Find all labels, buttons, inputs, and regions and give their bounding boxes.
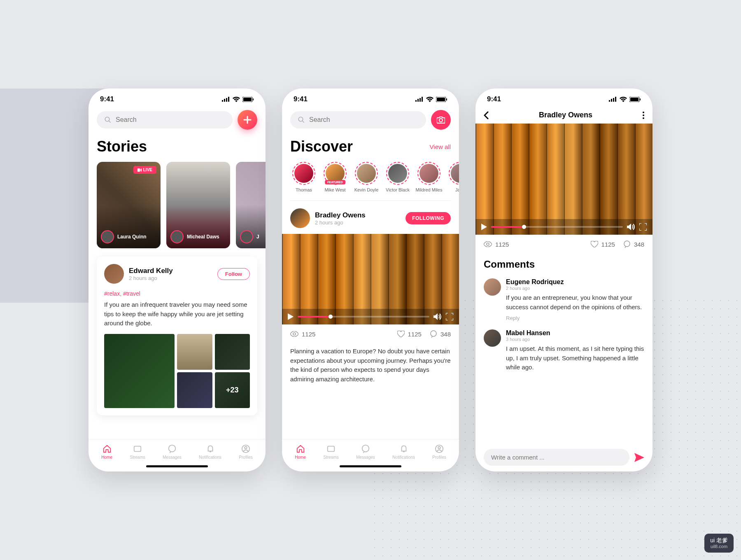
avatar[interactable] (104, 264, 124, 284)
volume-icon[interactable] (627, 223, 635, 231)
avatar[interactable] (290, 208, 310, 228)
profile-icon (241, 444, 250, 453)
search-bar[interactable] (97, 111, 233, 128)
svg-rect-35 (615, 97, 616, 102)
home-indicator[interactable] (340, 465, 401, 467)
play-icon[interactable] (288, 313, 294, 320)
signal-icon (415, 97, 424, 102)
bell-icon (206, 444, 215, 453)
status-icons (415, 97, 447, 102)
status-icons (222, 97, 254, 102)
following-button[interactable]: FOLLOWING (405, 212, 451, 224)
view-all-link[interactable]: View all (430, 143, 451, 150)
photo-item[interactable] (104, 334, 175, 408)
hashtags[interactable]: #relax, #travel (104, 290, 250, 297)
photo-grid[interactable]: +23 (104, 334, 250, 408)
nav-streams[interactable]: Streams (323, 444, 338, 460)
menu-icon[interactable] (643, 112, 644, 119)
svg-point-39 (643, 112, 644, 113)
divider (290, 201, 451, 201)
comment-icon[interactable] (430, 330, 437, 338)
story-avatar (240, 230, 253, 243)
story-card[interactable]: Micheal Daws (166, 162, 230, 248)
heart-icon[interactable] (591, 241, 598, 247)
nav-messages[interactable]: Messages (163, 444, 182, 460)
search-input[interactable] (116, 116, 225, 124)
follow-button[interactable]: Follow (217, 268, 250, 280)
nav-home[interactable]: Home (295, 444, 306, 460)
profile-icon (435, 444, 444, 453)
add-button[interactable] (238, 110, 257, 130)
photo-item[interactable] (215, 334, 250, 370)
nav-profiles[interactable]: Profiles (432, 444, 446, 460)
comment-avatar[interactable] (484, 329, 501, 347)
photo-item[interactable] (177, 372, 212, 408)
signal-icon (609, 97, 617, 102)
fullscreen-icon[interactable] (639, 223, 647, 231)
camera-button[interactable] (431, 110, 451, 130)
comment-author: Eugene Rodriquez (506, 278, 644, 286)
back-icon[interactable] (484, 111, 489, 119)
story-card[interactable]: LIVE Laura Quinn (97, 162, 161, 248)
views-count: 1125 (302, 331, 315, 338)
nav-messages[interactable]: Messages (356, 444, 375, 460)
fullscreen-icon[interactable] (446, 313, 453, 320)
post-text: If you are an infrequent traveler you ma… (104, 300, 250, 328)
status-icons (609, 97, 641, 102)
comment-item: Mabel Hansen 3 hours ago I am upset. At … (475, 326, 652, 377)
reply-link[interactable]: Reply (506, 315, 644, 321)
comments-count: 348 (440, 331, 451, 338)
wifi-icon (233, 97, 240, 102)
likes-count: 1125 (408, 331, 422, 338)
stats-row: 1125 1125 348 (475, 235, 652, 254)
comment-input[interactable] (484, 449, 629, 466)
header-row (89, 107, 266, 133)
home-indicator[interactable] (146, 465, 208, 467)
discover-avatar[interactable]: Victor Black (384, 162, 411, 192)
post-author-name: Edward Kelly (129, 267, 212, 275)
search-input[interactable] (309, 116, 419, 124)
photo-item[interactable] (177, 334, 212, 370)
svg-rect-0 (222, 100, 223, 102)
discover-avatar[interactable]: Thomas (290, 162, 317, 192)
svg-rect-34 (613, 98, 614, 102)
svg-point-43 (624, 241, 630, 247)
status-time: 9:41 (100, 95, 114, 103)
page-title: Stories (89, 133, 266, 162)
video-player[interactable] (475, 124, 652, 235)
comment-author: Mabel Hansen (506, 329, 644, 337)
play-icon[interactable] (481, 224, 487, 230)
svg-rect-33 (611, 99, 612, 102)
svg-rect-12 (134, 446, 141, 452)
nav-home[interactable]: Home (101, 444, 112, 460)
volume-icon[interactable] (433, 313, 442, 320)
comment-icon[interactable] (623, 240, 631, 248)
story-card[interactable]: J (236, 162, 266, 248)
post-time: 2 hours ago (315, 219, 401, 226)
discover-avatar[interactable]: Mildred Miles (415, 162, 443, 192)
comment-avatar[interactable] (484, 278, 501, 296)
svg-point-27 (431, 331, 436, 336)
nav-streams[interactable]: Streams (130, 444, 145, 460)
progress-bar[interactable] (491, 226, 623, 228)
nav-notifications[interactable]: Notifications (392, 444, 415, 460)
stories-row[interactable]: LIVE Laura Quinn Micheal Daws J (89, 162, 266, 257)
nav-notifications[interactable]: Notifications (199, 444, 221, 460)
nav-bar: Home Streams Messages Notifications Prof… (282, 439, 459, 463)
discover-avatar[interactable]: Jane (447, 162, 459, 192)
discover-avatar[interactable]: FEATUREDMike West (322, 162, 349, 192)
story-avatar (101, 230, 114, 243)
avatars-row[interactable]: Thomas FEATUREDMike West Kevin Doyle Vic… (282, 162, 459, 199)
photo-item-more[interactable]: +23 (215, 372, 250, 408)
phone-detail: 9:41 Bradley Owens 1125 1125 348 Comment… (475, 89, 652, 471)
send-icon[interactable] (634, 453, 644, 462)
search-bar[interactable] (290, 111, 426, 128)
svg-point-7 (105, 117, 110, 121)
progress-bar[interactable] (298, 316, 429, 317)
discover-avatar[interactable]: Kevin Doyle (353, 162, 380, 192)
story-avatar (170, 230, 184, 243)
video-player[interactable] (282, 234, 459, 324)
nav-profiles[interactable]: Profiles (239, 444, 252, 460)
heart-icon[interactable] (397, 331, 405, 337)
svg-rect-11 (137, 168, 140, 172)
